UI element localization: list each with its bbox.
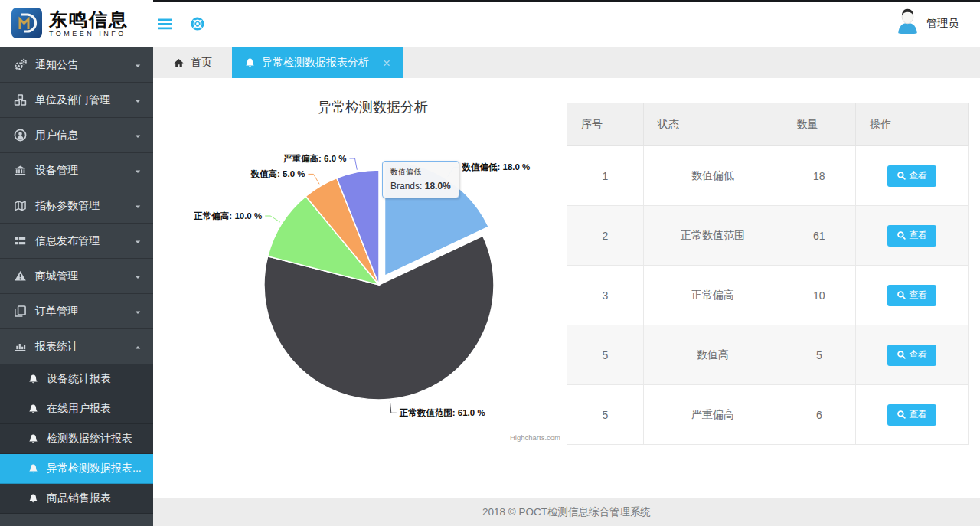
user-name: 管理员 [926, 17, 959, 31]
view-button-label: 查看 [909, 229, 927, 242]
view-button-label: 查看 [909, 289, 927, 302]
sidebar-item[interactable]: 商城管理 [0, 259, 153, 294]
sidebar-subitem-label: 商品销售报表 [47, 492, 111, 505]
tab-label: 首页 [191, 56, 212, 70]
sidebar-subitem[interactable]: 检测数据统计报表 [0, 424, 153, 454]
logo-subtitle: TOMEEN INFO [49, 30, 129, 38]
table-header-cell: 状态 [643, 103, 782, 146]
sidebar-item[interactable]: 信息发布管理 [0, 224, 153, 259]
cell-status: 正常数值范围 [643, 206, 782, 266]
sidebar-item-label: 通知公告 [35, 58, 78, 72]
view-button-label: 查看 [909, 408, 927, 421]
cell-count: 10 [782, 266, 856, 325]
view-button[interactable]: 查看 [887, 225, 936, 247]
map-icon [14, 199, 27, 212]
cell-action: 查看 [856, 146, 969, 206]
table-header-cell: 操作 [856, 103, 969, 146]
logo-title: 东鸣信息 [49, 10, 129, 30]
cell-action: 查看 [856, 385, 969, 445]
bell-icon [28, 493, 39, 505]
table-header-cell: 序号 [567, 103, 644, 146]
highcharts-credit[interactable]: Highcharts.com [510, 433, 560, 442]
sidebar-item[interactable]: 指标参数管理 [0, 188, 153, 224]
table-row: 5严重偏高6查看 [567, 385, 969, 445]
tab-home[interactable]: 首页 [153, 47, 232, 78]
sidebar-item[interactable]: 报表统计 [0, 329, 153, 364]
search-icon [897, 410, 906, 420]
cell-status: 严重偏高 [643, 385, 782, 445]
copy-icon [14, 305, 27, 318]
sidebar-subitem[interactable]: 异常检测数据报表... [0, 454, 153, 484]
pie-data-label: 正常偏高: 10.0 % [193, 211, 262, 221]
sidebar-subitem-label: 在线用户报表 [47, 402, 111, 416]
view-button-label: 查看 [909, 169, 927, 182]
caret-down-icon [133, 272, 142, 281]
search-icon [897, 350, 906, 360]
table-row: 1数值偏低18查看 [567, 146, 969, 206]
sidebar-item-label: 用户信息 [35, 129, 78, 142]
cell-action: 查看 [856, 206, 969, 266]
cell-seq: 5 [567, 385, 644, 445]
pie-label-connector [390, 401, 396, 413]
sidebar-subitem-label: 检测数据统计报表 [47, 432, 132, 446]
pie-data-label: 正常数值范围: 61.0 % [399, 408, 485, 418]
view-button[interactable]: 查看 [887, 345, 936, 366]
sidebar-item[interactable]: 用户信息 [0, 118, 153, 153]
bell-icon [28, 463, 39, 475]
header: 东鸣信息 TOMEEN INFO 管 [0, 0, 980, 47]
bank-icon [14, 164, 27, 177]
sidebar-item[interactable]: 订单管理 [0, 294, 153, 329]
sidebar-item-label: 订单管理 [35, 305, 78, 319]
caret-down-icon [133, 60, 142, 70]
view-button[interactable]: 查看 [887, 165, 936, 187]
tab-active[interactable]: 异常检测数据报表分析× [232, 47, 403, 78]
content-area: 异常检测数据分析 数值偏低: 18.0 %正常数值范围: 61.0 %正常偏高:… [153, 78, 980, 498]
caret-down-icon [133, 237, 142, 246]
avatar [895, 7, 920, 41]
sidebar-item-label: 商城管理 [35, 270, 78, 283]
cell-seq: 2 [567, 206, 644, 266]
user-menu[interactable]: 管理员 [895, 0, 959, 47]
sidebar-subitem-label: 设备统计报表 [47, 372, 111, 386]
lifering-icon[interactable] [191, 17, 204, 31]
footer: 2018 © POCT检测信息综合管理系统 [153, 498, 980, 526]
view-button[interactable]: 查看 [887, 404, 936, 426]
cell-count: 6 [782, 385, 856, 445]
sidebar-item[interactable]: 通知公告 [0, 47, 153, 83]
logo-icon [11, 7, 43, 41]
sidebar-subitem[interactable]: 在线用户报表 [0, 394, 153, 424]
sidebar-submenu: 设备统计报表在线用户报表检测数据统计报表异常检测数据报表...商品销售报表 [0, 364, 153, 514]
search-icon [897, 290, 906, 300]
sidebar-item-label: 单位及部门管理 [35, 93, 110, 107]
pie-label-connector [448, 167, 459, 177]
sidebar-item[interactable]: 设备管理 [0, 153, 153, 188]
view-button-label: 查看 [909, 348, 927, 361]
search-icon [897, 171, 906, 181]
sidebar-item[interactable]: 单位及部门管理 [0, 83, 153, 118]
bell-icon [28, 433, 39, 445]
caret-down-icon [133, 96, 142, 105]
bell-icon [28, 374, 39, 385]
cell-status: 正常偏高 [643, 266, 782, 325]
cell-action: 查看 [856, 325, 969, 385]
user-icon [14, 129, 27, 142]
bell-icon [244, 57, 256, 69]
sidebar-item-label: 指标参数管理 [35, 199, 100, 213]
home-icon [173, 57, 185, 69]
tab-close-icon[interactable]: × [383, 57, 390, 70]
table-panel: 序号状态数量操作 1数值偏低18查看2正常数值范围61查看3正常偏高10查看5数… [567, 103, 969, 445]
sidebar-subitem[interactable]: 设备统计报表 [0, 364, 153, 394]
pie-data-label: 数值高: 5.0 % [250, 169, 305, 179]
pie-label-connector [265, 216, 280, 222]
sidebar-toggle-icon[interactable] [158, 18, 172, 30]
pie-label-connector [350, 158, 358, 170]
chart-panel: 异常检测数据分析 数值偏低: 18.0 %正常数值范围: 61.0 %正常偏高:… [161, 78, 567, 461]
view-button[interactable]: 查看 [887, 285, 936, 306]
sidebar-subitem[interactable]: 商品销售报表 [0, 484, 153, 514]
top-strip [153, 0, 980, 2]
table-row: 3正常偏高10查看 [567, 266, 969, 325]
cell-count: 5 [782, 325, 856, 385]
sidebar-item-label: 报表统计 [35, 340, 78, 354]
cell-seq: 3 [567, 266, 644, 325]
cell-status: 数值高 [643, 325, 782, 385]
